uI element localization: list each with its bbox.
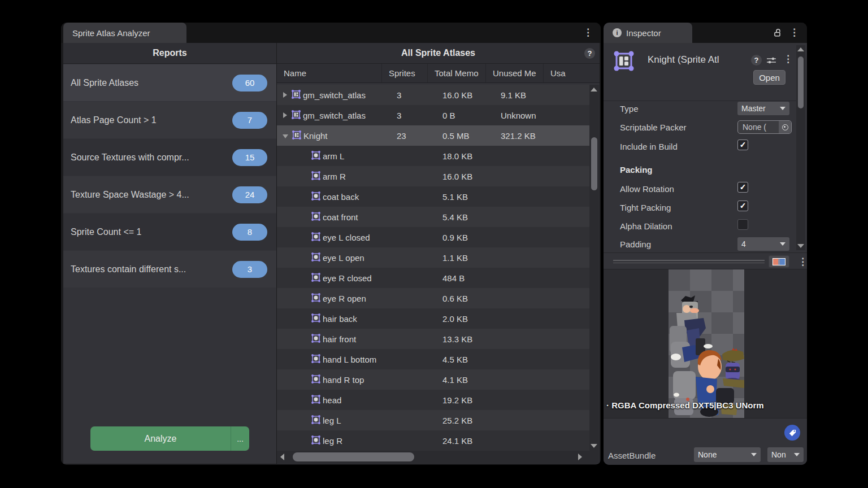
report-list-item[interactable]: All Sprite Atlases 60: [63, 64, 276, 101]
scroll-down-icon[interactable]: [797, 244, 804, 248]
sprite-table-row[interactable]: eye R open 0.6 KB: [277, 288, 589, 308]
open-button[interactable]: Open: [753, 70, 785, 85]
expand-arrow-icon[interactable]: [283, 92, 287, 98]
assetbundle-variant-dropdown[interactable]: Non: [767, 447, 804, 462]
row-total-memory: 0 B: [428, 105, 486, 125]
atlas-table-panel: All Sprite Atlases ? Name Sprites Total …: [277, 43, 600, 464]
analyze-button[interactable]: Analyze: [90, 426, 231, 451]
include-in-build-checkbox[interactable]: ✓: [737, 140, 748, 150]
scroll-up-icon[interactable]: [591, 88, 597, 91]
atlas-preview[interactable]: [604, 269, 807, 418]
scroll-right-icon[interactable]: [578, 454, 582, 460]
row-name: head: [323, 395, 341, 405]
inspector-menu-icon[interactable]: ⋮: [789, 28, 799, 37]
count-badge: 8: [232, 224, 267, 241]
preview-menu-icon[interactable]: ⋮: [798, 257, 807, 267]
assetlabel-tag-icon[interactable]: [784, 425, 800, 441]
sprite-table-row[interactable]: eye R closed 484 B: [277, 268, 589, 288]
horizontal-scrollbar-thumb[interactable]: [293, 452, 414, 461]
sprite-atlas-analyzer-window: Sprite Atlas Analyzer ⋮ Reports All Spri…: [61, 23, 601, 465]
report-list-item[interactable]: Textures contain different s... 3: [63, 251, 276, 287]
count-badge: 3: [232, 261, 267, 278]
help-icon[interactable]: ?: [584, 48, 595, 59]
tight-packing-checkbox[interactable]: ✓: [737, 201, 748, 211]
report-list-item[interactable]: Texture Space Wastage > 4... 24: [63, 176, 276, 213]
report-list-item[interactable]: Source Textures with compr... 15: [63, 139, 276, 176]
analyze-options-button[interactable]: ...: [231, 426, 249, 451]
inspector-scrollbar-thumb[interactable]: [798, 56, 804, 108]
row-total-memory: 16.0 KB: [428, 166, 486, 186]
tab-inspector[interactable]: i Inspector: [604, 23, 692, 43]
window-menu-icon[interactable]: ⋮: [583, 28, 593, 37]
help-icon[interactable]: ?: [751, 55, 762, 66]
row-name: leg L: [323, 416, 341, 425]
vertical-scrollbar[interactable]: [589, 85, 599, 451]
expand-arrow-icon[interactable]: [283, 134, 288, 138]
sprite-table-row[interactable]: arm L 18.0 KB: [277, 146, 589, 166]
row-total-memory: 25.2 KB: [428, 410, 486, 430]
inspector-title: Knight (Sprite Atl: [648, 54, 749, 66]
atlas-table-row[interactable]: gm_switch_atlas 3 16.0 KB 9.1 KB: [277, 85, 589, 105]
sprite-table-row[interactable]: coat back 5.1 KB: [277, 186, 589, 207]
vertical-scrollbar-thumb[interactable]: [591, 137, 597, 190]
sprite-table-row[interactable]: eye L closed 0.9 KB: [277, 227, 589, 247]
column-header-total-memory[interactable]: Total Memo: [428, 64, 486, 82]
sprite-table-row[interactable]: hair back 2.0 KB: [277, 308, 589, 329]
horizontal-scrollbar[interactable]: [277, 451, 599, 463]
sprite-table-row[interactable]: coat front 5.4 KB: [277, 207, 589, 227]
sprite-icon: [311, 171, 321, 182]
sprite-table-row[interactable]: head 19.2 KB: [277, 390, 589, 410]
report-list-item[interactable]: Sprite Count <= 1 8: [63, 213, 276, 250]
sprite-atlas-icon-large: [612, 49, 636, 75]
column-header-sprites[interactable]: Sprites: [382, 64, 428, 82]
sprite-table-row[interactable]: leg R 24.1 KB: [277, 430, 589, 451]
sprite-table-row[interactable]: hand L bottom 4.5 KB: [277, 349, 589, 369]
scriptable-packer-field[interactable]: None (: [737, 120, 792, 134]
assetbundle-dropdown[interactable]: None: [694, 447, 761, 462]
row-name: eye R closed: [323, 273, 372, 283]
table-header: All Sprite Atlases ?: [277, 43, 600, 64]
scroll-up-icon[interactable]: [797, 47, 804, 51]
sprite-atlas-icon: [291, 89, 301, 101]
component-menu-icon[interactable]: ⋮: [783, 54, 793, 64]
row-name: hair back: [323, 314, 357, 324]
tab-title: Sprite Atlas Analyzer: [72, 28, 150, 38]
row-total-memory: 2.0 KB: [428, 308, 486, 329]
inspector-scrollbar[interactable]: [796, 45, 805, 250]
padding-dropdown[interactable]: 4: [737, 237, 789, 251]
lock-icon[interactable]: [773, 28, 782, 40]
sprite-icon: [311, 374, 321, 386]
row-total-memory: 4.5 KB: [428, 349, 486, 369]
scroll-down-icon[interactable]: [591, 444, 597, 448]
column-header-unused-memory[interactable]: Unused Me: [486, 64, 544, 82]
report-list-item[interactable]: Atlas Page Count > 1 7: [63, 102, 276, 138]
presets-icon[interactable]: [766, 56, 776, 67]
scroll-left-icon[interactable]: [280, 454, 284, 460]
tab-sprite-atlas-analyzer[interactable]: Sprite Atlas Analyzer: [63, 23, 186, 43]
expand-arrow-icon[interactable]: [283, 112, 287, 118]
sprite-table-row[interactable]: hand R top 4.1 KB: [277, 369, 589, 390]
object-picker-icon[interactable]: [779, 121, 791, 133]
atlas-table-row[interactable]: gm_switch_atlas 3 0 B Unknown: [277, 105, 589, 125]
column-header-name[interactable]: Name: [277, 64, 382, 82]
alpha-dilation-checkbox[interactable]: [737, 219, 748, 230]
dropdown-arrow-icon: [751, 453, 757, 456]
preview-resize-handle[interactable]: [613, 260, 765, 265]
preview-channels-icon[interactable]: [769, 255, 789, 268]
reports-panel: Reports All Sprite Atlases 60 Atlas Page…: [63, 43, 276, 464]
sprite-table-row[interactable]: hair front 13.3 KB: [277, 329, 589, 349]
row-sprite-count: 23: [382, 125, 428, 146]
packing-section-header: Packing: [620, 163, 653, 176]
sprite-atlas-icon: [291, 110, 301, 121]
row-name: coat back: [323, 192, 359, 202]
row-name: hand R top: [323, 375, 364, 385]
column-header-usage[interactable]: Usa: [544, 64, 600, 82]
row-name: coat front: [323, 212, 358, 222]
atlas-table-row[interactable]: Knight 23 0.5 MB 321.2 KB: [277, 125, 589, 146]
sprite-table-row[interactable]: leg L 25.2 KB: [277, 410, 589, 430]
allow-rotation-checkbox[interactable]: ✓: [737, 182, 748, 193]
type-dropdown[interactable]: Master: [737, 102, 789, 115]
sprite-table-row[interactable]: eye L open 1.1 KB: [277, 247, 589, 268]
sprite-table-row[interactable]: arm R 16.0 KB: [277, 166, 589, 186]
report-list: All Sprite Atlases 60 Atlas Page Count >…: [63, 64, 276, 287]
